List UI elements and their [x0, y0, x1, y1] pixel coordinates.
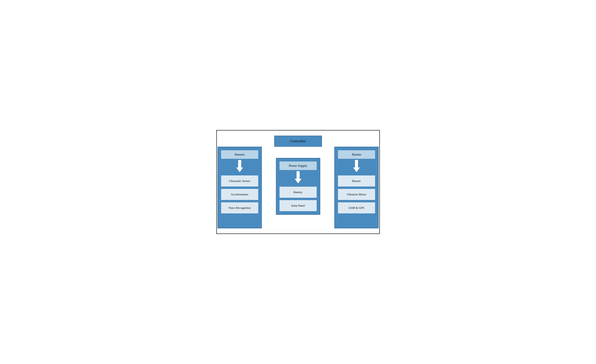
arrow-head	[236, 167, 243, 172]
gsm-gps-box: GSM & GPS	[338, 202, 375, 214]
right-section: Alarms Buzzer Vibration Motor GSM & GPS	[334, 147, 379, 228]
alarms-title: Alarms	[351, 153, 361, 156]
arrow-head-center	[295, 179, 301, 183]
power-title: Power Supply	[289, 164, 307, 167]
battery-box: Battery	[279, 187, 317, 198]
h-head-left	[320, 155, 325, 162]
arrow-head-right-panel	[353, 167, 360, 172]
ultrasonic-sensor-box: Ultrasonic Sensor	[221, 175, 258, 187]
alarms-arrow-down	[353, 160, 360, 172]
solar-panel-box: Solar Panel	[279, 200, 317, 211]
up-head	[295, 147, 301, 152]
up-shaft	[297, 152, 300, 158]
diagram-layout: Controller Sensors Ultrasonic Sensor	[222, 136, 374, 228]
h-shaft-right	[325, 157, 334, 160]
accelerometer-box: Accelerometer	[221, 189, 258, 200]
controller-row: Controller	[274, 136, 322, 147]
power-arrow-down	[295, 171, 301, 183]
vibration-motor-box: Vibration Motor	[338, 189, 375, 200]
arrow-shaft-right	[355, 160, 358, 167]
buzzer-box: Buzzer	[338, 175, 375, 187]
alarms-title-box: Alarms	[338, 150, 375, 159]
controller-box: Controller	[274, 136, 322, 147]
arrow-sensors-to-controller	[262, 147, 276, 162]
gsm-gps-label: GSM & GPS	[349, 206, 364, 210]
buzzer-label: Buzzer	[352, 179, 361, 182]
accelerometer-label: Accelerometer	[231, 193, 248, 196]
center-section: Power Supply Battery Solar Panel	[276, 147, 320, 215]
voice-recognition-box: Voice Recognition	[221, 202, 258, 214]
arrow-power-to-controller	[295, 147, 301, 158]
vibration-motor-label: Vibration Motor	[347, 193, 366, 196]
sensors-title: Sensors	[235, 153, 245, 156]
sensors-title-box: Sensors	[221, 150, 258, 159]
h-head-right	[271, 155, 276, 162]
alarms-panel: Alarms Buzzer Vibration Motor GSM & GPS	[334, 147, 379, 228]
diagram-outer: Controller Sensors Ultrasonic Sensor	[216, 130, 380, 234]
sensors-panel: Sensors Ultrasonic Sensor Accelerometer	[217, 147, 262, 228]
battery-label: Battery	[294, 190, 303, 194]
power-title-box: Power Supply	[279, 161, 317, 170]
h-shaft	[262, 157, 271, 160]
arrow-left	[320, 155, 334, 162]
power-panel: Power Supply Battery Solar Panel	[276, 158, 320, 215]
solar-panel-label: Solar Panel	[291, 204, 305, 207]
arrow-shaft-center	[297, 171, 300, 179]
ultrasonic-label: Ultrasonic Sensor	[229, 179, 250, 182]
left-section: Sensors Ultrasonic Sensor Accelerometer	[217, 147, 262, 228]
voice-recognition-label: Voice Recognition	[228, 206, 251, 210]
arrow-shaft	[238, 160, 241, 167]
columns-section: Sensors Ultrasonic Sensor Accelerometer	[222, 147, 374, 228]
controller-label: Controller	[290, 139, 306, 143]
arrow-right	[262, 155, 276, 162]
arrow-alarms-to-controller	[320, 147, 334, 162]
sensors-arrow-down	[236, 160, 243, 172]
